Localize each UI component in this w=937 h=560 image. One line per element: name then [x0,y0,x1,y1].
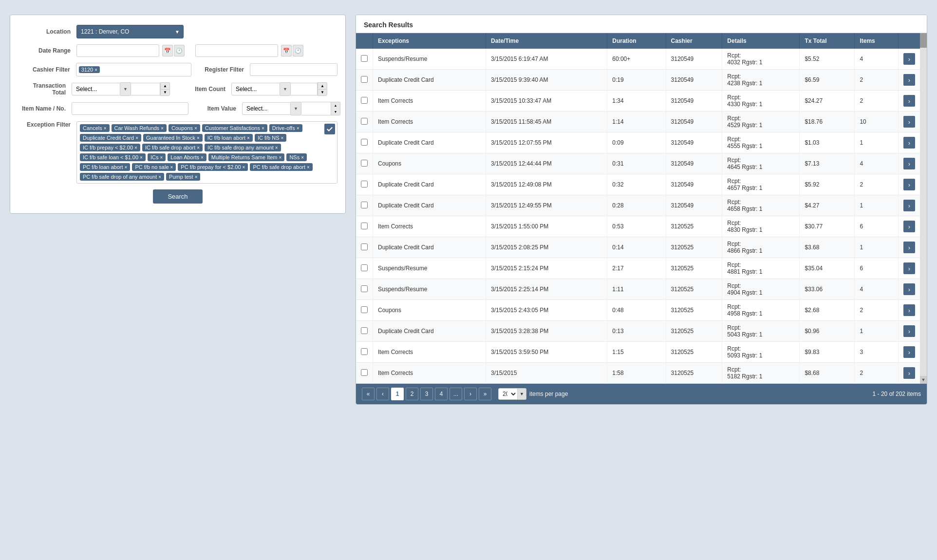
row-checkbox[interactable] [361,118,368,125]
date-start-input[interactable]: 3/15/2015 12:00 AM [76,44,159,57]
scroll-down-btn[interactable]: ▼ [920,376,927,384]
date-end-calendar-btn[interactable]: 📅 [281,45,292,56]
exception-tag-remove[interactable]: × [135,135,138,141]
row-detail-btn[interactable]: › [903,179,915,190]
exception-tag-remove[interactable]: × [281,135,284,141]
search-button[interactable]: Search [153,189,202,204]
row-detail-btn[interactable]: › [903,304,915,316]
per-page-arrow[interactable]: ▼ [518,388,526,400]
dollar-spin-up[interactable]: ▲ [331,102,340,109]
scrollbar-thumb[interactable] [920,33,927,48]
item-count-select[interactable]: Select... Equal To Greater Than Less Tha… [231,83,280,95]
date-start-clock-btn[interactable]: 🕐 [174,45,185,56]
row-checkbox[interactable] [361,223,368,229]
exception-tag-remove[interactable]: × [161,126,164,131]
date-start-calendar-btn[interactable]: 📅 [162,45,173,56]
register-filter-input[interactable] [250,63,337,76]
row-checkbox[interactable] [361,160,368,167]
exception-tag-remove[interactable]: × [275,145,278,150]
page-prev-btn[interactable]: ‹ [376,388,389,400]
item-count-input[interactable]: 0 [291,83,318,95]
page-num-btn[interactable]: 2 [406,388,418,400]
exception-tag-remove[interactable]: × [170,165,173,170]
row-detail-btn[interactable]: › [903,262,915,274]
item-value-select[interactable]: Select... Equal To Greater Than Less Tha… [242,102,291,115]
row-detail-btn[interactable]: › [903,325,915,337]
scrollbar[interactable]: ▲ ▼ [920,33,927,384]
row-detail-btn[interactable]: › [903,221,915,232]
exception-check-btn[interactable] [324,124,335,134]
page-num-btn[interactable]: 4 [435,388,448,400]
dollar-spin-down[interactable]: ▼ [331,109,340,115]
exception-tag-remove[interactable]: × [140,155,143,160]
transaction-spin-down[interactable]: ▼ [160,89,170,96]
row-checkbox[interactable] [361,202,368,208]
exception-tag-remove[interactable]: × [301,155,304,160]
row-detail-btn[interactable]: › [903,158,915,169]
exception-tag-remove[interactable]: × [247,135,250,141]
row-detail-btn[interactable]: › [903,53,915,65]
cashier-tag-input[interactable] [102,66,188,73]
item-count-arrow[interactable]: ▼ [280,82,291,96]
page-next-btn[interactable]: › [464,388,477,400]
row-checkbox[interactable] [361,306,368,313]
exception-filter-area[interactable]: Cancels×Car Wash Refunds×Coupons×Custome… [76,121,337,184]
cashier-filter-input[interactable]: 3120 × [76,63,191,76]
exception-tag-remove[interactable]: × [197,145,200,150]
exception-tag-remove[interactable]: × [104,126,107,131]
item-count-spin-down[interactable]: ▼ [318,89,327,96]
row-checkbox[interactable] [361,348,368,355]
page-num-btn[interactable]: ... [450,388,462,400]
transaction-value-input[interactable] [131,83,160,95]
row-checkbox[interactable] [361,76,368,83]
exception-tag-remove[interactable]: × [195,174,198,180]
row-detail-btn[interactable]: › [903,116,915,128]
item-count-spin-up[interactable]: ▲ [318,82,327,89]
per-page-select[interactable]: 20 [498,388,518,400]
exception-tag-remove[interactable]: × [243,165,245,170]
transaction-select-arrow[interactable]: ▼ [120,82,131,96]
exception-tag-remove[interactable]: × [201,155,204,160]
exception-tag-remove[interactable]: × [197,135,200,141]
page-num-btn[interactable]: 1 [391,388,404,400]
row-checkbox[interactable] [361,181,368,187]
row-detail-btn[interactable]: › [903,200,915,211]
exception-tag-remove[interactable]: × [194,126,197,131]
item-name-input[interactable] [72,102,188,115]
row-checkbox[interactable] [361,139,368,146]
row-detail-btn[interactable]: › [903,137,915,149]
row-detail-btn[interactable]: › [903,242,915,253]
row-checkbox[interactable] [361,285,368,292]
exception-tag-remove[interactable]: × [160,155,163,160]
exception-tag-remove[interactable]: × [262,126,264,131]
transaction-select[interactable]: Select... Equal To Greater Than Less Tha… [72,83,120,95]
row-checkbox[interactable] [361,327,368,334]
page-num-btn[interactable]: 3 [420,388,433,400]
row-checkbox[interactable] [361,97,368,104]
row-checkbox[interactable] [361,369,368,376]
exception-tag-remove[interactable]: × [307,165,310,170]
row-detail-btn[interactable]: › [903,283,915,295]
cashier-tag-remove[interactable]: × [94,67,97,73]
item-value-arrow[interactable]: ▼ [291,102,301,115]
row-checkbox[interactable] [361,264,368,271]
transaction-spin-up[interactable]: ▲ [160,82,170,89]
exception-tag-remove[interactable]: × [279,155,282,160]
exception-tag-remove[interactable]: × [158,174,161,180]
date-end-input[interactable]: 3/23/2015 12:00 AM [195,44,278,57]
exception-tag-remove[interactable]: × [297,126,300,131]
row-detail-btn[interactable]: › [903,367,915,379]
exception-tag-remove[interactable]: × [125,165,128,170]
page-first-btn[interactable]: « [362,388,375,400]
date-end-clock-btn[interactable]: 🕐 [293,45,303,56]
row-detail-btn[interactable]: › [903,346,915,358]
row-detail-btn[interactable]: › [903,95,915,107]
item-value-input[interactable]: $0.00 [301,103,331,114]
row-checkbox[interactable] [361,243,368,250]
row-checkbox[interactable] [361,55,368,62]
exception-cell: Item Corrects [373,363,486,384]
page-last-btn[interactable]: » [479,388,491,400]
row-detail-btn[interactable]: › [903,74,915,86]
exception-tag-remove[interactable]: × [134,145,137,150]
location-select[interactable]: 1221 : Denver, CO [76,25,184,38]
